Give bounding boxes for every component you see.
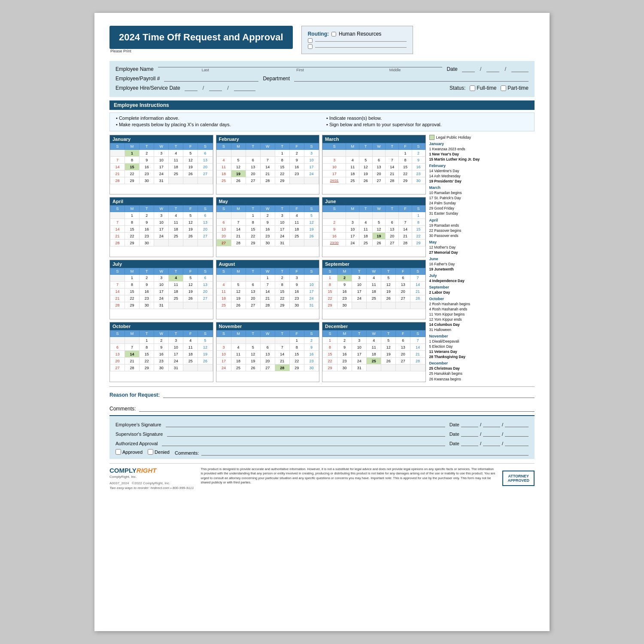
cal-cell[interactable]: 6 bbox=[246, 157, 260, 164]
hire-year-input[interactable] bbox=[234, 84, 255, 91]
cal-cell[interactable]: 10 bbox=[346, 226, 359, 233]
cal-cell[interactable]: 26 bbox=[359, 177, 373, 184]
cal-cell[interactable]: 6 bbox=[198, 150, 213, 157]
cal-cell[interactable]: 19 bbox=[359, 170, 373, 177]
cal-cell[interactable]: 19 bbox=[381, 351, 396, 358]
cal-cell[interactable]: 13 bbox=[198, 157, 213, 164]
cal-cell[interactable]: 9 bbox=[304, 344, 319, 351]
cal-cell[interactable]: 11 bbox=[231, 351, 246, 358]
cal-cell[interactable]: 9 bbox=[337, 281, 352, 288]
cal-cell[interactable]: 11 bbox=[346, 164, 359, 170]
cal-cell[interactable]: 22 bbox=[246, 233, 260, 240]
hire-month-input[interactable] bbox=[185, 84, 197, 91]
cal-cell[interactable]: 21 bbox=[260, 170, 275, 177]
cal-cell[interactable]: 2 bbox=[337, 337, 352, 344]
cal-cell[interactable]: 17 bbox=[154, 164, 169, 170]
cal-cell[interactable]: 3 bbox=[304, 150, 319, 157]
cal-cell[interactable]: 9 bbox=[140, 157, 154, 164]
cal-cell[interactable]: 4 bbox=[169, 274, 183, 281]
cal-cell[interactable]: 16 bbox=[260, 226, 275, 233]
cal-cell[interactable]: 22 bbox=[323, 295, 337, 302]
cal-cell[interactable]: 25 bbox=[367, 358, 381, 365]
cal-cell[interactable]: 7 bbox=[231, 219, 246, 226]
cal-cell[interactable]: 21 bbox=[399, 233, 412, 240]
cal-cell[interactable]: 27 bbox=[216, 240, 231, 246]
cal-cell[interactable]: 14 bbox=[410, 344, 425, 351]
cal-cell[interactable]: 21 bbox=[110, 295, 125, 302]
cal-cell[interactable]: 26 bbox=[231, 177, 246, 184]
cal-cell[interactable]: 26 bbox=[183, 170, 198, 177]
cal-cell[interactable]: 15 bbox=[246, 226, 260, 233]
cal-cell[interactable]: 10 bbox=[154, 157, 169, 164]
cal-cell[interactable]: 1 bbox=[125, 150, 140, 157]
hire-day-input[interactable] bbox=[209, 84, 222, 91]
cal-cell[interactable]: 8 bbox=[125, 281, 140, 288]
cal-cell[interactable]: 20 bbox=[198, 226, 213, 233]
cal-cell[interactable]: 28 bbox=[410, 295, 425, 302]
cal-cell[interactable]: 12 bbox=[183, 281, 198, 288]
cal-cell[interactable]: 24 bbox=[216, 365, 231, 371]
cal-cell[interactable]: 6 bbox=[198, 212, 213, 219]
sup-date-m[interactable] bbox=[461, 430, 478, 437]
cal-cell[interactable]: 26 bbox=[198, 358, 213, 365]
cal-cell[interactable]: 16 bbox=[337, 351, 352, 358]
cal-cell[interactable]: 23 bbox=[140, 170, 154, 177]
cal-cell[interactable]: 19 bbox=[183, 288, 198, 295]
date-day-input[interactable] bbox=[486, 65, 499, 72]
cal-cell[interactable]: 3 bbox=[216, 344, 231, 351]
dept-input[interactable] bbox=[294, 75, 529, 82]
cal-cell[interactable]: 21 bbox=[410, 288, 425, 295]
cal-cell[interactable]: 12 bbox=[304, 219, 319, 226]
cal-cell[interactable]: 13 bbox=[246, 288, 260, 295]
cal-cell[interactable]: 14 bbox=[260, 164, 275, 170]
cal-cell[interactable]: 29 bbox=[323, 365, 337, 371]
cal-cell[interactable]: 9 bbox=[289, 157, 304, 164]
cal-cell[interactable]: 14 bbox=[275, 351, 289, 358]
auth-date-m[interactable] bbox=[461, 439, 478, 446]
cal-cell[interactable]: 4 bbox=[183, 337, 198, 344]
cal-cell[interactable]: 24 bbox=[352, 358, 367, 365]
cal-cell[interactable]: 25 bbox=[216, 177, 231, 184]
cal-cell[interactable]: 22 bbox=[140, 358, 154, 365]
cal-cell[interactable]: 10 bbox=[352, 344, 367, 351]
cal-cell[interactable]: 28 bbox=[110, 302, 125, 309]
cal-cell[interactable]: 14 bbox=[231, 226, 246, 233]
cal-cell[interactable]: 5 bbox=[183, 150, 198, 157]
cal-cell[interactable]: 17 bbox=[323, 170, 346, 177]
sup-date-y[interactable] bbox=[505, 430, 529, 437]
cal-cell[interactable]: 2 bbox=[154, 337, 169, 344]
cal-cell[interactable]: 27 bbox=[198, 170, 213, 177]
cal-cell[interactable]: 23 bbox=[337, 295, 352, 302]
cal-cell[interactable]: 14 bbox=[410, 281, 425, 288]
cal-cell[interactable]: 3 bbox=[352, 337, 367, 344]
cal-cell[interactable]: 1 bbox=[412, 212, 425, 219]
cal-cell[interactable]: 9 bbox=[289, 281, 304, 288]
cal-cell[interactable]: 23 bbox=[289, 170, 304, 177]
cal-cell[interactable]: 28 bbox=[260, 177, 275, 184]
cal-cell[interactable]: 20 bbox=[396, 288, 410, 295]
cal-cell[interactable]: 6 bbox=[396, 337, 410, 344]
cal-cell[interactable]: 10 bbox=[275, 219, 289, 226]
cal-cell[interactable]: 5 bbox=[231, 157, 246, 164]
cal-cell[interactable]: 27 bbox=[386, 240, 399, 246]
cal-cell[interactable]: 16 bbox=[289, 288, 304, 295]
cal-cell[interactable]: 23 bbox=[412, 170, 425, 177]
cal-cell[interactable]: 24/31 bbox=[323, 177, 346, 184]
cal-cell[interactable]: 10 bbox=[154, 219, 169, 226]
cal-cell[interactable]: 12 bbox=[231, 164, 246, 170]
cal-cell[interactable]: 15 bbox=[399, 164, 412, 170]
parttime-checkbox[interactable] bbox=[501, 85, 506, 91]
cal-cell[interactable]: 3 bbox=[154, 150, 169, 157]
cal-cell[interactable]: 8 bbox=[289, 344, 304, 351]
cal-cell[interactable]: 23 bbox=[337, 358, 352, 365]
cal-cell[interactable]: 20 bbox=[198, 164, 213, 170]
cal-cell[interactable]: 6 bbox=[198, 274, 213, 281]
cal-cell[interactable]: 6 bbox=[372, 157, 386, 164]
cal-cell[interactable]: 14 bbox=[110, 226, 125, 233]
cal-cell[interactable]: 21 bbox=[231, 233, 246, 240]
cal-cell[interactable]: 25 bbox=[169, 233, 183, 240]
cal-cell[interactable]: 28 bbox=[275, 365, 289, 371]
cal-cell[interactable]: 30 bbox=[289, 302, 304, 309]
cal-cell[interactable]: 30 bbox=[412, 177, 425, 184]
emp-date-d[interactable] bbox=[483, 420, 500, 427]
